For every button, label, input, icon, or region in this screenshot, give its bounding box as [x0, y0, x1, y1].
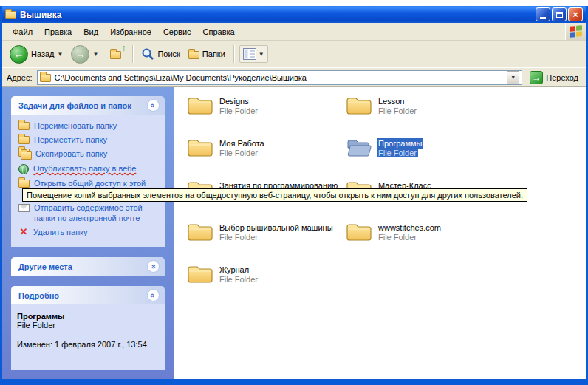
menu-item-help[interactable]: Справка [197, 25, 241, 38]
titlebar[interactable]: Вышивка × [2, 6, 586, 23]
folders-button[interactable]: Папки [185, 48, 228, 61]
up-folder-icon: ↑ [106, 46, 124, 62]
windows-logo-icon [570, 25, 582, 38]
task-link-delete[interactable]: ✕ Удалить папку [18, 227, 160, 237]
publish-tooltip: Помещение копий выбранных элементов на о… [22, 188, 527, 202]
search-label: Поиск [157, 50, 180, 58]
file-item-moya-rabota[interactable]: Моя РаботаFile Folder [187, 137, 346, 179]
chevron-down-icon: « [149, 264, 158, 268]
views-button[interactable]: ▼ [239, 45, 268, 63]
file-item-wwwstitches[interactable]: wwwstitches.comFile Folder [346, 221, 505, 263]
folders-icon [188, 51, 199, 59]
address-input[interactable]: C:\Documents and Settings\Liza\My Docume… [37, 70, 523, 85]
menu-item-file[interactable]: Файл [7, 25, 38, 38]
folder-icon [187, 221, 213, 243]
menu-item-favorites[interactable]: Избранное [104, 25, 157, 38]
main-content: Задачи для файлов и папок « Переименоват… [2, 87, 586, 379]
forward-button[interactable]: → ▼ [68, 44, 101, 65]
share-folder-icon [18, 180, 30, 188]
expand-button[interactable]: « [147, 260, 160, 273]
panel-other-places: Другие места « [11, 257, 165, 276]
back-button[interactable]: ← Назад ▼ [7, 44, 66, 65]
address-dropdown-button[interactable]: ▼ [507, 71, 519, 84]
file-item-vybor-mashiny[interactable]: Выбор вышивальной машиныFile Folder [187, 221, 346, 263]
panel-file-tasks: Задачи для файлов и папок « Переименоват… [11, 96, 165, 247]
copy-folder-icon [18, 149, 31, 160]
folder-icon [187, 137, 213, 159]
forward-icon: → [71, 45, 89, 64]
folder-icon [346, 221, 372, 243]
file-item-programmy[interactable]: ПрограммыFile Folder [346, 137, 505, 179]
addressbar: Адрес: C:\Documents and Settings\Liza\My… [2, 67, 586, 87]
close-icon: × [572, 9, 578, 20]
minimize-button[interactable] [536, 7, 550, 21]
task-link-rename[interactable]: Переименовать папку [18, 120, 160, 131]
chevron-down-icon: ▼ [510, 75, 516, 80]
task-link-email[interactable]: Отправить содержимое этой папки по элект… [18, 202, 160, 223]
file-item-lesson[interactable]: LessonFile Folder [346, 95, 505, 137]
minimize-icon [540, 17, 546, 19]
collapse-button[interactable]: « [147, 289, 160, 301]
task-pane: Задачи для файлов и папок « Переименоват… [2, 87, 174, 379]
rename-folder-icon [18, 122, 30, 130]
folder-icon [187, 263, 213, 285]
up-button[interactable]: ↑ [103, 44, 127, 64]
forward-dropdown-icon[interactable]: ▼ [92, 51, 98, 58]
toolbar-separator [132, 45, 133, 63]
publish-web-icon [18, 164, 29, 174]
views-icon [243, 48, 256, 60]
details-body: Программы File Folder Изменен: 1 февраля… [11, 304, 165, 370]
maximize-icon [556, 12, 563, 18]
folders-label: Папки [202, 50, 225, 58]
search-icon [141, 47, 154, 61]
back-dropdown-icon[interactable]: ▼ [58, 51, 64, 58]
details-item-type: File Folder [17, 321, 159, 330]
open-folder-selected-icon [346, 137, 372, 159]
file-tasks-title: Задачи для файлов и папок [18, 101, 131, 110]
back-icon: ← [10, 45, 28, 64]
collapse-button[interactable]: « [147, 99, 160, 112]
folder-icon [187, 95, 213, 117]
menubar: Файл Правка Вид Избранное Сервис Справка [2, 23, 586, 41]
task-link-copy[interactable]: Скопировать папку [18, 149, 160, 160]
address-folder-icon [40, 74, 51, 82]
file-tasks-body: Переименовать папку Переместить папку Ск… [11, 115, 165, 247]
task-link-publish-web[interactable]: Опубликовать папку в вебе [18, 163, 160, 174]
move-folder-icon [18, 136, 30, 144]
email-icon [18, 204, 30, 212]
chevron-up-icon: « [149, 293, 158, 297]
address-path: C:\Documents and Settings\Liza\My Docume… [55, 73, 307, 82]
views-dropdown-icon[interactable]: ▼ [259, 51, 264, 58]
window-folder-icon [5, 11, 16, 19]
menu-item-view[interactable]: Вид [78, 25, 104, 38]
go-icon: → [530, 71, 543, 84]
back-label: Назад [31, 50, 55, 58]
address-label: Адрес: [7, 73, 33, 82]
file-item-zhurnal[interactable]: ЖурналFile Folder [187, 263, 346, 305]
files-area: DesignsFile Folder LessonFile Folder Моя… [174, 87, 586, 379]
toolbar-separator [233, 45, 234, 63]
chevron-up-icon: « [149, 103, 158, 107]
toolbar: ← Назад ▼ → ▼ ↑ Поиск Папки [2, 41, 586, 67]
close-button[interactable]: × [568, 7, 583, 21]
menu-item-edit[interactable]: Правка [38, 25, 78, 38]
details-header[interactable]: Подробно « [11, 286, 165, 304]
other-places-header[interactable]: Другие места « [11, 257, 165, 276]
delete-icon: ✕ [18, 227, 29, 236]
go-label: Переход [546, 73, 578, 82]
other-places-title: Другие места [18, 262, 72, 271]
maximize-button[interactable] [552, 7, 567, 21]
search-button[interactable]: Поиск [138, 46, 182, 62]
details-item-modified: Изменен: 1 февраля 2007 г., 13:54 [17, 340, 159, 349]
panel-details: Подробно « Программы File Folder Изменен… [11, 286, 165, 370]
go-button[interactable]: → Переход [527, 71, 581, 84]
details-title: Подробно [18, 291, 59, 300]
task-link-move[interactable]: Переместить папку [18, 134, 160, 145]
folder-icon [346, 95, 372, 117]
details-item-name: Программы [17, 312, 159, 321]
window-title: Вышивка [20, 10, 536, 20]
menu-item-tools[interactable]: Сервис [157, 25, 197, 38]
file-tasks-header[interactable]: Задачи для файлов и папок « [11, 96, 165, 115]
file-item-designs[interactable]: DesignsFile Folder [187, 95, 346, 137]
windows-logo-block [565, 23, 586, 40]
